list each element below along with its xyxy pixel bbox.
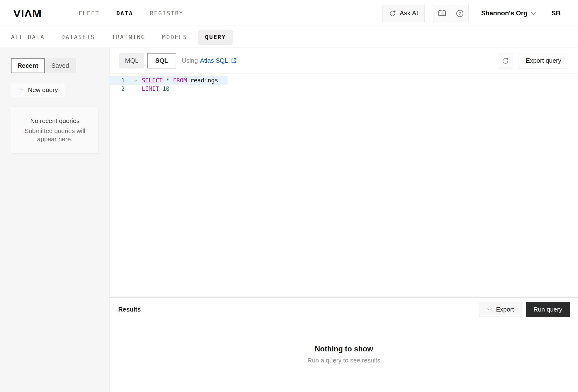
results-empty-subtitle: Run a query to see results xyxy=(307,357,381,364)
docs-book-icon xyxy=(438,10,446,17)
mql-mode-button[interactable]: MQL xyxy=(119,53,144,68)
code-line-2[interactable]: 2 LIMIT 10 xyxy=(110,85,578,93)
export-query-button[interactable]: Export query xyxy=(518,53,569,68)
ask-ai-button[interactable]: Ask AI xyxy=(382,5,425,22)
recent-saved-toggle: Recent Saved xyxy=(11,58,98,73)
org-switcher[interactable]: Shannon's Org xyxy=(481,10,536,17)
line-number: 1 xyxy=(110,76,130,85)
code-text: LIMIT 10 xyxy=(142,85,170,93)
saved-tab-button[interactable]: Saved xyxy=(45,58,76,73)
line-number: 2 xyxy=(110,85,130,93)
fold-chevron-icon xyxy=(134,80,138,82)
user-avatar[interactable]: SB xyxy=(551,10,560,17)
query-sidebar: Recent Saved New query No recent queries… xyxy=(0,48,110,392)
documentation-button[interactable] xyxy=(434,5,451,22)
results-header: Results Export Run query xyxy=(110,297,578,321)
help-icon: ? xyxy=(456,9,464,17)
viam-data-query-page: VIΛM FLEET DATA REGISTRY Ask AI xyxy=(0,0,578,392)
nav-item-registry[interactable]: REGISTRY xyxy=(150,10,184,17)
tab-query[interactable]: QUERY xyxy=(198,30,233,45)
top-nav: VIΛM FLEET DATA REGISTRY Ask AI xyxy=(0,0,578,27)
empty-queries-subtitle: Submitted queries will appear here. xyxy=(19,127,91,143)
code-text: SELECT * FROM readings xyxy=(142,76,218,85)
help-button[interactable]: ? xyxy=(451,5,469,22)
fold-gutter[interactable] xyxy=(130,76,142,85)
using-label: Using xyxy=(182,57,198,64)
help-icon-group: ? xyxy=(433,5,469,22)
nav-item-data[interactable]: DATA xyxy=(116,10,133,17)
empty-queries-title: No recent queries xyxy=(30,117,80,125)
chevron-down-icon xyxy=(531,12,536,15)
results-empty-title: Nothing to show xyxy=(315,345,373,353)
ask-ai-label: Ask AI xyxy=(400,10,418,17)
nav-divider xyxy=(60,8,60,19)
new-query-label: New query xyxy=(28,86,58,94)
tab-all-data[interactable]: ALL DATA xyxy=(11,34,45,41)
data-sub-nav: ALL DATA DATASETS TRAINING MODELS QUERY xyxy=(0,27,578,48)
results-empty-state: Nothing to show Run a query to see resul… xyxy=(110,321,578,392)
query-main-panel: MQL SQL Using Atlas SQL xyxy=(110,48,578,392)
tab-training[interactable]: TRAINING xyxy=(112,34,145,41)
org-name: Shannon's Org xyxy=(481,10,527,17)
svg-text:?: ? xyxy=(459,11,461,16)
export-results-label: Export xyxy=(496,306,514,313)
no-recent-queries-box: No recent queries Submitted queries will… xyxy=(11,107,99,153)
ai-sparkle-refresh-icon xyxy=(389,10,396,17)
ai-generate-query-button[interactable] xyxy=(498,53,513,68)
external-link-icon xyxy=(231,57,237,64)
results-title: Results xyxy=(118,306,141,313)
chevron-down-icon xyxy=(486,308,492,311)
ai-sparkle-refresh-icon xyxy=(502,57,509,65)
sql-mode-button[interactable]: SQL xyxy=(147,53,176,68)
page-body: Recent Saved New query No recent queries… xyxy=(0,48,578,392)
code-line-1[interactable]: 1 SELECT * FROM readings xyxy=(110,76,578,85)
viam-logo[interactable]: VIΛM xyxy=(13,7,42,20)
editor-toolbar: MQL SQL Using Atlas SQL xyxy=(110,48,578,74)
new-query-button[interactable]: New query xyxy=(11,83,65,97)
fold-gutter xyxy=(130,85,142,93)
tab-models[interactable]: MODELS xyxy=(162,34,187,41)
tab-datasets[interactable]: DATASETS xyxy=(61,34,95,41)
nav-item-fleet[interactable]: FLEET xyxy=(79,10,99,17)
atlas-sql-label: Atlas SQL xyxy=(200,57,228,64)
atlas-sql-link[interactable]: Atlas SQL xyxy=(200,57,237,64)
sql-code-editor[interactable]: 1 SELECT * FROM readings 2 LIMIT 10 xyxy=(110,74,578,297)
recent-tab-button[interactable]: Recent xyxy=(11,58,45,73)
plus-icon xyxy=(18,87,24,93)
run-query-button[interactable]: Run query xyxy=(526,302,570,317)
export-results-button[interactable]: Export xyxy=(479,302,522,317)
